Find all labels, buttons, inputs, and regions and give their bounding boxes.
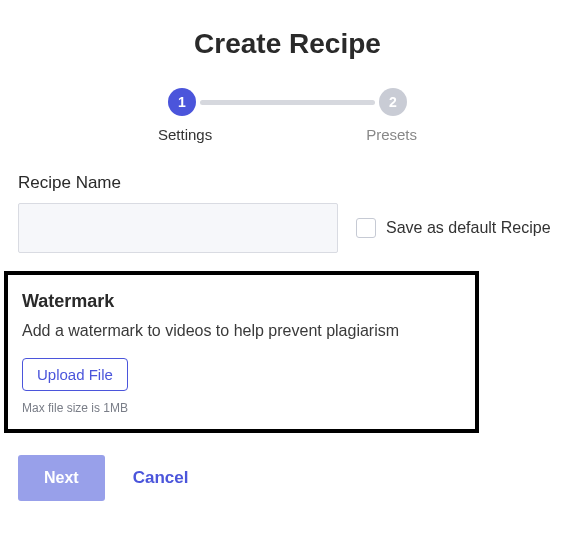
step-line <box>200 100 375 105</box>
page-title: Create Recipe <box>18 28 557 60</box>
stepper: 1 2 <box>168 88 407 116</box>
step-1-label: Settings <box>158 126 212 143</box>
upload-file-button[interactable]: Upload File <box>22 358 128 391</box>
step-2-circle: 2 <box>379 88 407 116</box>
watermark-description: Add a watermark to videos to help preven… <box>22 322 461 340</box>
recipe-name-label: Recipe Name <box>18 173 557 193</box>
watermark-hint: Max file size is 1MB <box>22 401 461 415</box>
cancel-button[interactable]: Cancel <box>133 468 189 488</box>
recipe-name-input[interactable] <box>18 203 338 253</box>
step-labels: Settings Presets <box>158 126 417 143</box>
next-button[interactable]: Next <box>18 455 105 501</box>
step-1-circle: 1 <box>168 88 196 116</box>
watermark-title: Watermark <box>22 291 461 312</box>
save-default-checkbox[interactable] <box>356 218 376 238</box>
step-2-label: Presets <box>366 126 417 143</box>
watermark-section: Watermark Add a watermark to videos to h… <box>4 271 479 433</box>
actions-row: Next Cancel <box>18 455 557 501</box>
save-default-label: Save as default Recipe <box>386 219 551 237</box>
